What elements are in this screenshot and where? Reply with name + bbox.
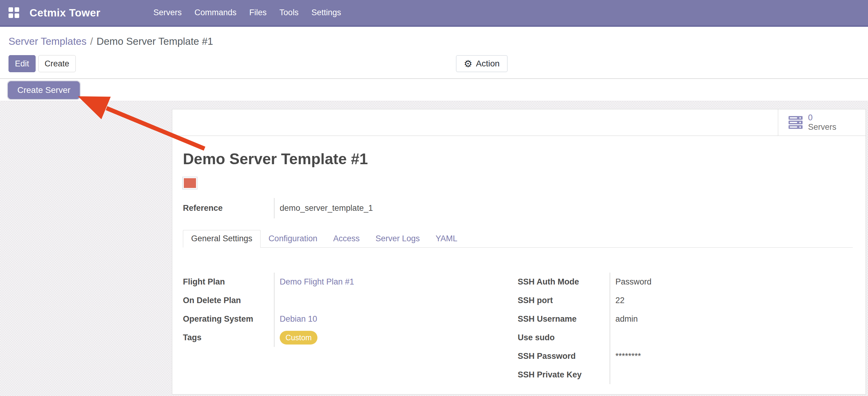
tab-yaml[interactable]: YAML (428, 230, 465, 247)
ssh-username-label: SSH Username (518, 310, 610, 329)
control-buttons: Edit Create (8, 55, 868, 72)
app-brand[interactable]: Cetmix Tower (30, 7, 100, 19)
breadcrumb: Server Templates/Demo Server Template #1 (8, 35, 868, 48)
color-swatch[interactable] (183, 177, 197, 189)
main-menu: Servers Commands Files Tools Settings (153, 0, 341, 25)
tab-general-settings[interactable]: General Settings (183, 230, 260, 248)
ssh-username-value: admin (610, 310, 852, 329)
top-navbar: Cetmix Tower Servers Commands Files Tool… (0, 0, 868, 27)
apps-square (8, 13, 13, 18)
gear-icon: ⚙ (464, 59, 472, 68)
apps-square (14, 13, 19, 18)
create-button[interactable]: Create (38, 55, 76, 72)
reference-label: Reference (183, 198, 274, 219)
nav-item-tools[interactable]: Tools (279, 8, 299, 17)
nav-item-commands[interactable]: Commands (194, 8, 237, 17)
flight-plan-value-cell: Demo Flight Plan #1 (274, 273, 518, 291)
use-sudo-label: Use sudo (518, 329, 610, 347)
field-group-left: Flight Plan Demo Flight Plan #1 On Delet… (183, 273, 518, 384)
action-button-label: Action (476, 59, 500, 68)
tab-configuration[interactable]: Configuration (260, 230, 326, 247)
tags-label: Tags (183, 329, 274, 347)
flight-plan-link[interactable]: Demo Flight Plan #1 (280, 277, 354, 287)
breadcrumb-parent-link[interactable]: Server Templates (8, 36, 87, 47)
ssh-auth-mode-label: SSH Auth Mode (518, 273, 610, 291)
reference-field-row: Reference demo_server_template_1 (183, 198, 853, 219)
nav-item-settings[interactable]: Settings (311, 8, 341, 17)
ssh-port-label: SSH port (518, 291, 610, 310)
field-group-right: SSH Auth Mode Password SSH port 22 SSH U… (518, 273, 852, 384)
edit-button[interactable]: Edit (8, 55, 36, 72)
tab-server-logs[interactable]: Server Logs (368, 230, 428, 247)
operating-system-label: Operating System (183, 310, 274, 329)
content-area: 0 Servers Demo Server Template #1 Refere… (0, 101, 868, 396)
ssh-password-label: SSH Password (518, 347, 610, 366)
flight-plan-label: Flight Plan (183, 273, 274, 291)
servers-count: 0 (808, 113, 836, 122)
ssh-private-key-value (610, 366, 852, 384)
breadcrumb-separator: / (90, 36, 93, 47)
control-panel: Server Templates/Demo Server Template #1… (0, 27, 868, 79)
toolbar-strip: Create Server (0, 79, 868, 101)
apps-menu-icon[interactable] (8, 7, 19, 18)
button-box-row: 0 Servers (172, 109, 866, 136)
stat-text: 0 Servers (808, 113, 836, 132)
nav-item-servers[interactable]: Servers (153, 8, 182, 17)
ssh-auth-mode-value: Password (610, 273, 852, 291)
servers-label: Servers (808, 122, 836, 132)
tab-access[interactable]: Access (326, 230, 368, 247)
apps-square (8, 7, 13, 12)
apps-square (14, 7, 19, 12)
on-delete-plan-value-cell (274, 291, 518, 310)
screen: Cetmix Tower Servers Commands Files Tool… (0, 0, 868, 396)
on-delete-plan-label: On Delete Plan (183, 291, 274, 310)
nav-item-files[interactable]: Files (249, 8, 267, 17)
ssh-private-key-label: SSH Private Key (518, 366, 610, 384)
action-button[interactable]: ⚙ Action (456, 55, 508, 72)
ssh-password-value: ******** (610, 347, 852, 366)
create-server-button[interactable]: Create Server (8, 81, 80, 99)
reference-value: demo_server_template_1 (274, 198, 853, 219)
operating-system-link[interactable]: Debian 10 (280, 314, 317, 324)
tags-value-cell: Custom (274, 329, 518, 347)
breadcrumb-current: Demo Server Template #1 (96, 36, 213, 47)
general-settings-panel: Flight Plan Demo Flight Plan #1 On Delet… (183, 273, 853, 384)
server-stack-icon (788, 116, 803, 129)
use-sudo-value (610, 329, 852, 347)
notebook-tabs: General Settings Configuration Access Se… (183, 230, 853, 248)
form-sheet: 0 Servers Demo Server Template #1 Refere… (172, 109, 866, 394)
record-title: Demo Server Template #1 (183, 150, 853, 168)
sheet-body: Demo Server Template #1 Reference demo_s… (172, 136, 866, 384)
tag-badge: Custom (280, 331, 317, 344)
operating-system-value-cell: Debian 10 (274, 310, 518, 329)
servers-stat-button[interactable]: 0 Servers (778, 109, 866, 136)
ssh-port-value: 22 (610, 291, 852, 310)
